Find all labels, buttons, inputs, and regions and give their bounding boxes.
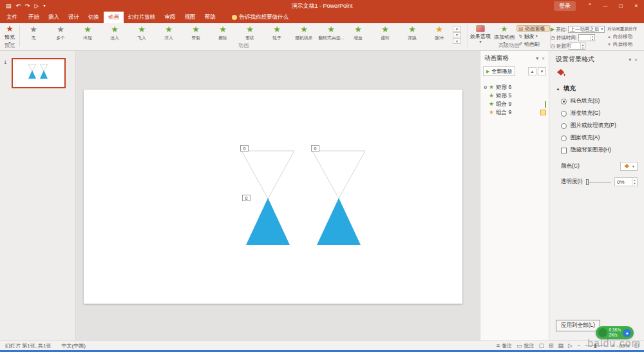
tab-slideshow[interactable]: 幻灯片放映	[124, 12, 160, 23]
animation-list-item[interactable]: ★ 组合 9	[480, 100, 549, 108]
gallery-item-random-bars[interactable]: ★ 随机线条	[290, 24, 317, 44]
zoom-percentage[interactable]: 89%	[619, 343, 629, 349]
zoom-in-icon[interactable]: +	[611, 342, 614, 349]
slider-thumb[interactable]	[586, 179, 589, 185]
tab-home[interactable]: 开始	[24, 12, 44, 23]
animation-list-item[interactable]: ★ 组合 9	[480, 108, 549, 117]
pane-menu-icon[interactable]: ▾	[536, 55, 538, 61]
tell-me-box[interactable]: 告诉我你想要做什么	[228, 12, 293, 23]
gallery-item-fly-in[interactable]: ★ 飞入	[128, 24, 155, 44]
gallery-scroll-up-icon[interactable]: ▲	[453, 26, 461, 32]
fill-section-header[interactable]: ▲ 填充	[556, 84, 638, 93]
zoom-slider[interactable]	[585, 346, 607, 346]
animation-order-badge[interactable]: 0	[311, 145, 319, 152]
transparency-slider[interactable]	[586, 182, 611, 182]
option-hide-background[interactable]: 隐藏背景图形(H)	[561, 146, 638, 154]
spinner-arrows-icon[interactable]: ▲▼	[590, 35, 594, 41]
move-item-up-button[interactable]: ▲	[528, 67, 536, 75]
pane-close-icon[interactable]: ×	[634, 57, 638, 63]
maximize-button[interactable]: □	[613, 0, 629, 12]
tab-view[interactable]: 视图	[180, 12, 200, 23]
slideshow-icon[interactable]: ▷	[35, 0, 39, 12]
login-button[interactable]: 登录	[554, 1, 576, 11]
gallery-more-icon[interactable]: ▼	[453, 38, 461, 44]
slide[interactable]: 0 0 0	[84, 90, 462, 304]
gallery-item-swivel[interactable]: ★ 旋转	[372, 24, 399, 44]
pane-close-icon[interactable]: ×	[542, 55, 545, 61]
gallery-item-bounce[interactable]: ★ 弹跳	[399, 24, 426, 44]
language-status[interactable]: 中文(中国)	[62, 342, 86, 349]
tab-file[interactable]: 文件	[0, 12, 24, 23]
start-dropdown[interactable]: 上一动画之后 ▾	[568, 26, 605, 33]
slide-sorter-view-icon[interactable]: ⊞	[549, 342, 554, 349]
option-picture-fill[interactable]: 图片或纹理填充(P)	[561, 122, 638, 130]
gallery-item-wheel[interactable]: ★ 轮子	[263, 24, 290, 44]
duration-spinner[interactable]: ▲▼	[578, 34, 595, 41]
move-earlier-button[interactable]: ▲ 向前移动	[607, 34, 644, 40]
gallery-item-split[interactable]: ★ 劈裂	[182, 24, 209, 44]
animation-order-badge[interactable]: 0	[242, 195, 251, 201]
trigger-button[interactable]: ↯ 触发 ▾	[516, 33, 550, 39]
comments-button[interactable]: ▭ 批注	[516, 342, 535, 349]
option-solid-fill[interactable]: 纯色填充(S)	[561, 97, 638, 105]
gallery-item-none[interactable]: ★ 无	[20, 24, 47, 44]
gallery-item-multiple[interactable]: ★ 多个	[47, 24, 74, 44]
checkbox-icon[interactable]	[561, 148, 567, 153]
minimize-button[interactable]: ─	[598, 0, 613, 12]
tab-review[interactable]: 审阅	[160, 12, 180, 23]
zoom-slider-thumb[interactable]	[594, 344, 596, 348]
normal-view-icon[interactable]: ▢	[538, 342, 544, 349]
ribbon-display-options-icon[interactable]: ⌃	[582, 0, 598, 12]
option-gradient-fill[interactable]: 渐变填充(G)	[561, 110, 638, 117]
network-speed-widget[interactable]: 0.1K/s 2K/s ●	[596, 326, 634, 339]
undo-icon[interactable]: ↶	[16, 0, 21, 12]
gallery-item-grow-turn[interactable]: ★ 翻转式由远...	[317, 24, 345, 44]
animation-pane-toggle-button[interactable]: ▤ 动画窗格	[516, 25, 550, 32]
animation-list-item[interactable]: ★ 矩形 5	[480, 92, 549, 100]
slide-canvas[interactable]: 0 0 0	[76, 51, 480, 340]
gallery-item-zoom[interactable]: ★ 缩放	[345, 24, 372, 44]
tab-animations[interactable]: 动画	[104, 12, 124, 23]
apply-to-all-button[interactable]: 应用到全部(L)	[556, 320, 600, 331]
gallery-item-pulse[interactable]: ★ 脉冲	[426, 24, 453, 44]
gallery-scroll-down-icon[interactable]: ▼	[453, 32, 461, 38]
animation-order-badge[interactable]: 0	[240, 145, 249, 152]
notes-button[interactable]: ≡ 备注	[497, 342, 512, 349]
radio-icon[interactable]	[561, 123, 567, 129]
pane-menu-icon[interactable]: ▾	[629, 57, 631, 63]
gallery-item-shape[interactable]: ★ 形状	[236, 24, 263, 44]
slideshow-view-icon[interactable]: ▷	[568, 342, 573, 349]
option-pattern-fill[interactable]: 图案填充(A)	[561, 134, 638, 142]
tab-transitions[interactable]: 切换	[84, 12, 104, 23]
tab-design[interactable]: 设计	[64, 12, 84, 23]
zoom-out-icon[interactable]: −	[577, 342, 580, 349]
play-all-button[interactable]: ▶ 全部播放	[483, 66, 515, 76]
move-later-button[interactable]: ▼ 向后移动	[607, 41, 644, 48]
spinner-arrows-icon[interactable]: ▲▼	[580, 43, 585, 49]
fill-bucket-icon[interactable]	[556, 68, 566, 78]
move-item-down-button[interactable]: ▼	[538, 67, 546, 75]
gallery-item-wipe[interactable]: ★ 擦除	[209, 24, 236, 44]
effect-options-button[interactable]: 效果选项 ▾	[468, 24, 493, 44]
tab-insert[interactable]: 插入	[44, 12, 64, 23]
reading-view-icon[interactable]: ▤	[558, 342, 564, 349]
gallery-item-appear[interactable]: ★ 出现	[74, 24, 101, 44]
radio-icon[interactable]	[561, 135, 567, 141]
fit-slide-icon[interactable]: ⊡	[634, 342, 639, 349]
save-icon[interactable]: ▤	[6, 0, 12, 12]
color-picker-button[interactable]: ▾	[620, 162, 638, 171]
gallery-item-fade[interactable]: ★ 淡入	[101, 24, 128, 44]
redo-icon[interactable]: ↷	[25, 0, 30, 12]
gallery-item-float-in[interactable]: ★ 浮入	[155, 24, 182, 44]
spinner-arrows-icon[interactable]: ▲▼	[632, 178, 637, 186]
customize-qat-icon[interactable]: ▾	[44, 0, 46, 12]
radio-icon[interactable]	[561, 99, 567, 104]
radio-icon[interactable]	[561, 111, 567, 117]
animation-painter-button[interactable]: ✐ 动画刷	[516, 41, 550, 47]
transparency-input[interactable]: 0% ▲▼	[614, 177, 638, 186]
tab-help[interactable]: 帮助	[200, 12, 220, 23]
close-button[interactable]: ×	[629, 0, 644, 12]
add-animation-button[interactable]: ★ 添加动画 ▾	[493, 24, 516, 44]
slide-thumbnail[interactable]	[12, 58, 66, 88]
preview-button[interactable]: ★ 预览 ▾	[5, 24, 15, 44]
